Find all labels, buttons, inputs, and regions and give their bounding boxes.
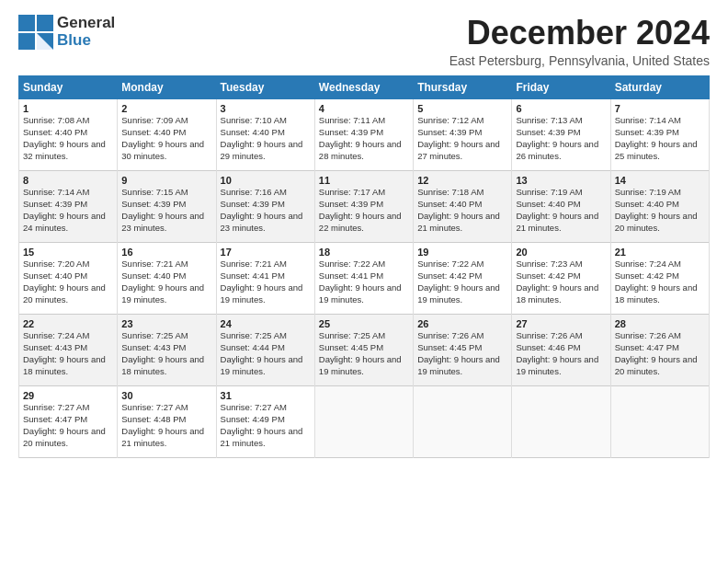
day-number: 21 — [615, 246, 705, 259]
day-number: 19 — [417, 246, 507, 259]
day-cell: 24Sunrise: 7:25 AMSunset: 4:44 PMDayligh… — [216, 314, 314, 385]
day-cell: 29Sunrise: 7:27 AMSunset: 4:47 PMDayligh… — [19, 385, 118, 457]
day-number: 29 — [23, 389, 113, 403]
sunset: Sunset: 4:48 PM — [121, 414, 211, 426]
sunset: Sunset: 4:47 PM — [23, 414, 113, 426]
sunrise: Sunrise: 7:08 AM — [23, 115, 113, 127]
day-cell: 27Sunrise: 7:26 AMSunset: 4:46 PMDayligh… — [512, 314, 610, 385]
sunrise: Sunrise: 7:21 AM — [121, 259, 211, 270]
sunset: Sunset: 4:42 PM — [615, 270, 705, 282]
calendar-table: Sunday Monday Tuesday Wednesday Thursday… — [18, 75, 710, 458]
sunset: Sunset: 4:41 PM — [221, 270, 311, 282]
daylight: Daylight: 9 hours and 18 minutes. — [23, 354, 113, 378]
sunrise: Sunrise: 7:27 AM — [221, 402, 311, 414]
sunrise: Sunrise: 7:10 AM — [221, 115, 311, 127]
page: General Blue December 2024 East Petersbu… — [0, 0, 728, 563]
sunset: Sunset: 4:39 PM — [319, 127, 409, 139]
daylight: Daylight: 9 hours and 25 minutes. — [615, 139, 705, 163]
sunset: Sunset: 4:42 PM — [417, 270, 507, 282]
logo: General Blue — [18, 15, 115, 50]
day-cell: 21Sunrise: 7:24 AMSunset: 4:42 PMDayligh… — [610, 242, 709, 314]
sunrise: Sunrise: 7:27 AM — [121, 402, 211, 414]
day-number: 8 — [23, 174, 113, 188]
daylight: Daylight: 9 hours and 18 minutes. — [121, 354, 211, 378]
daylight: Daylight: 9 hours and 19 minutes. — [319, 282, 409, 306]
sunset: Sunset: 4:46 PM — [516, 342, 606, 354]
week-row-5: 29Sunrise: 7:27 AMSunset: 4:47 PMDayligh… — [19, 385, 710, 457]
sunrise: Sunrise: 7:12 AM — [417, 115, 507, 127]
sunrise: Sunrise: 7:26 AM — [615, 330, 705, 342]
month-title: December 2024 — [449, 15, 710, 52]
sunrise: Sunrise: 7:22 AM — [319, 259, 409, 270]
day-cell: 25Sunrise: 7:25 AMSunset: 4:45 PMDayligh… — [314, 314, 413, 385]
day-cell: 18Sunrise: 7:22 AMSunset: 4:41 PMDayligh… — [314, 242, 413, 314]
daylight: Daylight: 9 hours and 21 minutes. — [417, 211, 507, 235]
daylight: Daylight: 9 hours and 22 minutes. — [319, 211, 409, 235]
sunset: Sunset: 4:40 PM — [23, 270, 113, 282]
day-cell — [512, 385, 610, 457]
daylight: Daylight: 9 hours and 20 minutes. — [615, 211, 705, 235]
svg-rect-2 — [18, 33, 35, 50]
sunrise: Sunrise: 7:24 AM — [615, 259, 705, 270]
daylight: Daylight: 9 hours and 26 minutes. — [516, 139, 606, 163]
day-cell: 12Sunrise: 7:18 AMSunset: 4:40 PMDayligh… — [414, 170, 512, 242]
day-cell: 3Sunrise: 7:10 AMSunset: 4:40 PMDaylight… — [216, 98, 314, 170]
logo-icon — [18, 15, 53, 50]
sunrise: Sunrise: 7:13 AM — [516, 115, 606, 127]
day-number: 24 — [221, 317, 311, 331]
sunset: Sunset: 4:42 PM — [516, 270, 606, 282]
sunrise: Sunrise: 7:15 AM — [121, 187, 211, 199]
day-cell: 17Sunrise: 7:21 AMSunset: 4:41 PMDayligh… — [216, 242, 314, 314]
logo-general: General — [57, 14, 115, 31]
daylight: Daylight: 9 hours and 23 minutes. — [221, 211, 311, 235]
day-number: 3 — [221, 102, 311, 116]
sunset: Sunset: 4:47 PM — [615, 342, 705, 354]
sunrise: Sunrise: 7:14 AM — [23, 187, 113, 199]
title-block: December 2024 East Petersburg, Pennsylva… — [449, 15, 710, 68]
sunset: Sunset: 4:45 PM — [319, 342, 409, 354]
day-number: 15 — [23, 246, 113, 259]
day-cell: 15Sunrise: 7:20 AMSunset: 4:40 PMDayligh… — [19, 242, 118, 314]
daylight: Daylight: 9 hours and 19 minutes. — [121, 282, 211, 306]
sunset: Sunset: 4:43 PM — [121, 342, 211, 354]
daylight: Daylight: 9 hours and 30 minutes. — [121, 139, 211, 163]
sunrise: Sunrise: 7:22 AM — [417, 259, 507, 270]
sunset: Sunset: 4:39 PM — [319, 199, 409, 211]
day-cell: 1Sunrise: 7:08 AMSunset: 4:40 PMDaylight… — [19, 98, 118, 170]
sunset: Sunset: 4:39 PM — [121, 199, 211, 211]
sunset: Sunset: 4:40 PM — [121, 127, 211, 139]
sunset: Sunset: 4:40 PM — [23, 127, 113, 139]
header-row: Sunday Monday Tuesday Wednesday Thursday… — [19, 75, 710, 98]
day-number: 20 — [516, 246, 606, 259]
logo-blue: Blue — [57, 31, 91, 49]
day-number: 9 — [121, 174, 211, 188]
daylight: Daylight: 9 hours and 27 minutes. — [417, 139, 507, 163]
col-wednesday: Wednesday — [314, 75, 413, 98]
day-number: 7 — [615, 102, 705, 116]
day-cell: 7Sunrise: 7:14 AMSunset: 4:39 PMDaylight… — [610, 98, 709, 170]
sunset: Sunset: 4:39 PM — [516, 127, 606, 139]
day-number: 13 — [516, 174, 606, 188]
col-saturday: Saturday — [610, 75, 709, 98]
day-number: 14 — [615, 174, 705, 188]
sunrise: Sunrise: 7:26 AM — [516, 330, 606, 342]
day-cell: 20Sunrise: 7:23 AMSunset: 4:42 PMDayligh… — [512, 242, 610, 314]
daylight: Daylight: 9 hours and 19 minutes. — [516, 354, 606, 378]
day-cell: 30Sunrise: 7:27 AMSunset: 4:48 PMDayligh… — [118, 385, 216, 457]
day-cell: 5Sunrise: 7:12 AMSunset: 4:39 PMDaylight… — [414, 98, 512, 170]
day-number: 18 — [319, 246, 409, 259]
sunset: Sunset: 4:40 PM — [516, 199, 606, 211]
daylight: Daylight: 9 hours and 20 minutes. — [23, 426, 113, 450]
sunrise: Sunrise: 7:25 AM — [121, 330, 211, 342]
sunrise: Sunrise: 7:25 AM — [319, 330, 409, 342]
sunset: Sunset: 4:40 PM — [615, 199, 705, 211]
sunrise: Sunrise: 7:26 AM — [417, 330, 507, 342]
daylight: Daylight: 9 hours and 23 minutes. — [121, 211, 211, 235]
sunrise: Sunrise: 7:19 AM — [516, 187, 606, 199]
day-number: 31 — [221, 389, 311, 403]
sunset: Sunset: 4:40 PM — [121, 270, 211, 282]
sunset: Sunset: 4:39 PM — [221, 199, 311, 211]
day-number: 22 — [23, 317, 113, 331]
day-number: 12 — [417, 174, 507, 188]
col-thursday: Thursday — [414, 75, 512, 98]
